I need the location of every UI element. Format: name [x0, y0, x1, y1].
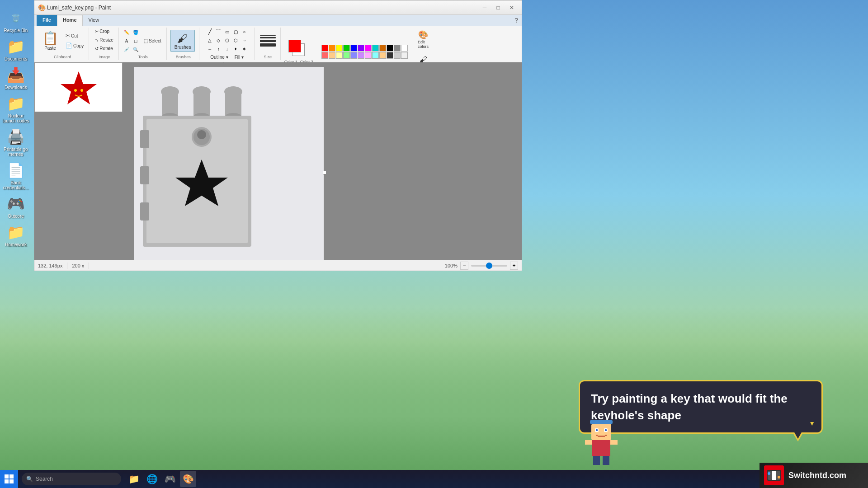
tab-view[interactable]: View [83, 15, 105, 26]
color-1-swatch[interactable] [288, 40, 301, 52]
shape-line[interactable]: ╱ [206, 28, 214, 36]
shape-arrow-left[interactable]: ← [206, 45, 214, 53]
close-button[interactable]: ✕ [505, 3, 518, 13]
shape-hexagon[interactable]: ⬡ [231, 36, 240, 44]
size-line-3[interactable] [260, 40, 276, 42]
swatch-brown[interactable] [379, 45, 386, 52]
size-line-4[interactable] [260, 43, 276, 47]
swatch-green-light[interactable] [343, 52, 350, 59]
outline-button[interactable]: Outline ▾ [208, 54, 230, 61]
minimize-button[interactable]: ─ [478, 3, 491, 13]
swatch-orange-light[interactable] [329, 52, 335, 59]
tab-home[interactable]: Home [57, 15, 83, 26]
paint-canvas-container[interactable] [34, 62, 522, 260]
svg-point-2 [74, 89, 77, 92]
fill-tool[interactable]: 🪣 [132, 28, 140, 36]
resize-button[interactable]: ⤡ Resize [93, 36, 116, 44]
shape-arrow-down[interactable]: ↓ [223, 45, 231, 53]
zoom-slider-track[interactable] [471, 265, 507, 267]
shape-diamond[interactable]: ◇ [214, 36, 222, 44]
swatch-green[interactable] [343, 45, 350, 52]
icon-documents[interactable]: 📁 Documents [1, 38, 30, 61]
edit-colors-button[interactable]: 🎨 Editcolors [412, 28, 434, 51]
brush-button[interactable]: 🖌 Brushes [170, 30, 195, 52]
swatch-magenta[interactable] [365, 45, 372, 52]
shape-pentagon[interactable]: ⬠ [223, 36, 231, 44]
swatch-black[interactable] [387, 45, 393, 52]
pencil-tool[interactable]: ✏️ [123, 28, 131, 36]
copy-button[interactable]: 📄 Copy [63, 41, 86, 50]
ribbon-help-icon[interactable]: ? [514, 17, 518, 24]
status-sep-2 [89, 263, 89, 269]
eyedropper-tool[interactable]: 💉 [123, 46, 131, 53]
swatch-white[interactable] [401, 45, 408, 52]
magnify-tool[interactable]: 🔍 [132, 46, 140, 53]
swatch-blue-light[interactable] [350, 52, 357, 59]
svg-rect-30 [596, 435, 598, 436]
shape-ellipse[interactable]: ○ [240, 28, 248, 36]
svg-point-20 [197, 130, 206, 139]
main-canvas[interactable] [134, 67, 324, 260]
paste-button[interactable]: 📋 Paste [39, 28, 61, 53]
shape-star-4[interactable]: ✦ [231, 45, 240, 53]
swatch-magenta-light[interactable] [365, 52, 372, 59]
crop-button[interactable]: ✂ Crop [93, 28, 112, 35]
swatch-red-light[interactable] [321, 52, 328, 59]
swatch-yellow[interactable] [336, 45, 343, 52]
swatch-light-gray[interactable] [394, 52, 401, 59]
maximize-button[interactable]: □ [492, 3, 505, 13]
rotate-button[interactable]: ↺ Rotate [93, 45, 115, 52]
fill-button[interactable]: Fill ▾ [232, 54, 246, 61]
shape-round-rect[interactable]: ▢ [231, 28, 240, 36]
swatch-blue[interactable] [350, 45, 357, 52]
swatch-orange[interactable] [329, 45, 335, 52]
swatch-violet[interactable] [358, 45, 364, 52]
canvas-handle-right-mid[interactable] [323, 171, 326, 174]
start-button[interactable] [0, 470, 18, 488]
taskbar-outcore[interactable]: 🎮 [162, 471, 178, 487]
taskbar-explorer[interactable]: 📁 [126, 471, 142, 487]
swatch-cyan-light[interactable] [372, 52, 379, 59]
zoom-out-button[interactable]: − [460, 262, 468, 270]
window-controls: ─ □ ✕ [478, 3, 518, 13]
swatch-brown-light[interactable] [379, 52, 386, 59]
shape-arrow-up[interactable]: ↑ [214, 45, 222, 53]
select-tool[interactable]: ⬚ Select [142, 37, 164, 45]
tab-file[interactable]: File [37, 15, 57, 26]
taskbar-search[interactable]: 🔍 Search [22, 473, 121, 485]
swatch-cyan[interactable] [372, 45, 379, 52]
icon-printable-memes[interactable]: 🖨️ Printable go memes [1, 128, 30, 157]
zoom-slider-thumb[interactable] [486, 263, 492, 269]
cut-button[interactable]: ✂ Cut [63, 31, 86, 40]
shape-curve[interactable]: ⌒ [214, 28, 222, 36]
size-line-2[interactable] [260, 37, 276, 38]
swatch-near-white[interactable] [401, 52, 408, 59]
edit-colors-icon: 🎨 [418, 30, 428, 40]
text-tool[interactable]: A [123, 37, 131, 45]
shapes-group-content: ╱ ⌒ ▭ ▢ ○ △ ◇ ⬠ ⬡ → ← ↑ ↓ ✦ ✶ [203, 28, 251, 61]
zoom-in-button[interactable]: + [510, 262, 518, 270]
eraser-tool[interactable]: ◻ [132, 37, 140, 45]
size-line-1[interactable] [260, 35, 276, 36]
swatch-violet-light[interactable] [358, 52, 364, 59]
icon-nuclear-codes[interactable]: 📁 Nuclear launch codes [1, 94, 30, 123]
icon-outcore[interactable]: 🎮 Outcore [1, 195, 30, 219]
svg-rect-32 [605, 435, 607, 436]
swatch-mid-gray[interactable] [394, 45, 401, 52]
swatch-dark-gray[interactable] [387, 52, 393, 59]
shape-star-6[interactable]: ✶ [240, 45, 248, 53]
icon-recycle-bin[interactable]: 🗑️ Recycle Bin [1, 9, 30, 33]
taskbar-browser[interactable]: 🌐 [144, 471, 160, 487]
swatch-red[interactable] [321, 45, 328, 52]
clipboard-group-label: Clipboard [39, 54, 86, 60]
shape-triangle[interactable]: △ [206, 36, 214, 44]
taskbar-paint[interactable]: 🎨 [180, 471, 196, 487]
swatch-yellow-light[interactable] [336, 52, 343, 59]
image-group: ✂ Crop ⤡ Resize ↺ Rotate Image [90, 28, 119, 60]
svg-rect-35 [610, 440, 618, 445]
shape-arrow-right[interactable]: → [240, 36, 248, 44]
icon-homework[interactable]: 📁 Homework [1, 223, 30, 247]
icon-bank-credentials[interactable]: 📄 Bank credentials... [1, 161, 30, 190]
shape-rect[interactable]: ▭ [223, 28, 231, 36]
icon-downloads[interactable]: 📥 Downloads [1, 66, 30, 90]
